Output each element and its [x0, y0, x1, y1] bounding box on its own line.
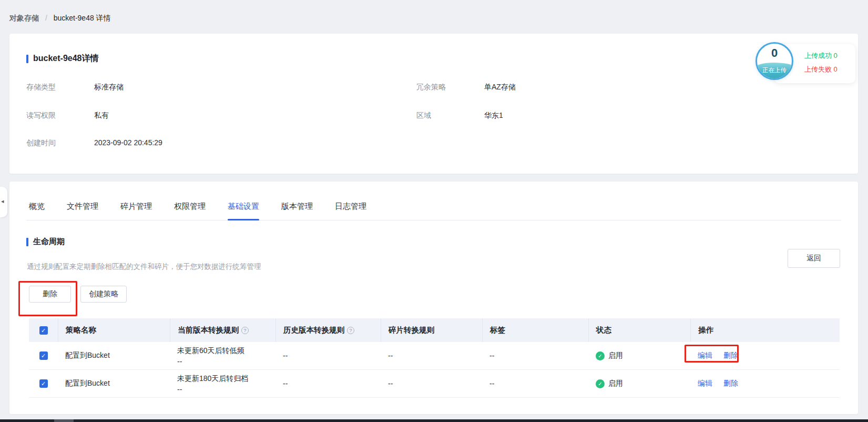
- edit-link[interactable]: 编辑: [698, 351, 712, 359]
- status-cell: ✓ 启用: [588, 351, 690, 360]
- field-value: 2023-09-02 20:45:29: [94, 138, 162, 147]
- uploading-label: 正在上传: [757, 66, 792, 74]
- fragment-rule: --: [381, 379, 482, 388]
- uploading-progress-circle[interactable]: 0 正在上传: [755, 42, 793, 80]
- lifecycle-table: ✓ 策略名称 当前版本转换规则 ? 历史版本转换规则 ? 碎片转换规则 标签 状…: [29, 318, 840, 398]
- rule-line: --: [177, 384, 275, 395]
- delete-link[interactable]: 删除: [723, 351, 738, 359]
- bucket-detail-card: bucket-9e48详情 存储类型 标准存储 读写权限 私有 创建时间 202…: [9, 34, 858, 174]
- status-cell: ✓ 启用: [588, 379, 690, 388]
- tab-fragment-management[interactable]: 碎片管理: [120, 202, 152, 220]
- lifecycle-section-title: 生命周期: [26, 237, 65, 247]
- rule-line: --: [177, 356, 275, 367]
- uploading-count: 0: [757, 46, 792, 60]
- field-value: 私有: [94, 111, 109, 119]
- breadcrumb-parent-link[interactable]: 对象存储: [9, 14, 39, 22]
- upload-success-count: 上传成功 0: [804, 51, 838, 61]
- breadcrumb-current: bucket-9e48 详情: [54, 14, 111, 22]
- taskbar-edge: [0, 419, 868, 422]
- upload-fail-count: 上传失败 0: [804, 65, 838, 74]
- header-checkbox-cell: ✓: [29, 326, 58, 335]
- breadcrumb: 对象存储 / bucket-9e48 详情: [9, 14, 111, 23]
- header-history-rule: 历史版本转换规则 ?: [275, 318, 381, 342]
- header-text: 历史版本转换规则: [283, 325, 344, 335]
- operation-cell: 编辑 删除: [690, 351, 840, 360]
- taskbar-button: [54, 419, 74, 422]
- help-icon[interactable]: ?: [241, 327, 249, 334]
- delete-link[interactable]: 删除: [723, 379, 738, 387]
- status-badge: 启用: [608, 379, 623, 388]
- tab-file-management[interactable]: 文件管理: [67, 202, 98, 220]
- select-all-checkbox[interactable]: ✓: [39, 326, 48, 335]
- field-label: 存储类型: [26, 83, 84, 92]
- header-current-rule: 当前版本转换规则 ?: [170, 318, 275, 342]
- row-checkbox-cell: ✓: [29, 379, 58, 388]
- field-storage-type: 存储类型 标准存储: [26, 83, 124, 92]
- field-region: 区域 华东1: [416, 111, 503, 120]
- header-fragment-rule: 碎片转换规则: [381, 318, 482, 342]
- panel-collapse-handle[interactable]: ◂: [0, 187, 7, 217]
- current-rule: 未更新180天后转归档 --: [170, 372, 275, 395]
- header-status: 状态: [588, 318, 690, 342]
- field-label: 区域: [416, 111, 474, 120]
- table-row: ✓ 配置到Bucket 未更新180天后转归档 -- -- -- -- ✓ 启用…: [29, 370, 840, 398]
- edit-link[interactable]: 编辑: [698, 379, 712, 387]
- history-rule: --: [275, 379, 381, 388]
- breadcrumb-separator: /: [45, 14, 47, 22]
- header-policy-name: 策略名称: [58, 318, 170, 342]
- tab-permission-management[interactable]: 权限管理: [174, 202, 206, 220]
- field-acl: 读写权限 私有: [26, 111, 109, 120]
- rule-line: 未更新60天后转低频: [177, 345, 275, 356]
- policy-name: 配置到Bucket: [58, 379, 170, 388]
- row-checkbox[interactable]: ✓: [39, 379, 48, 388]
- detail-title-text: bucket-9e48详情: [33, 53, 99, 64]
- lifecycle-description: 通过规则配置来定期删除相匹配的文件和碎片，便于您对数据进行统筹管理: [27, 262, 261, 272]
- history-rule: --: [275, 351, 381, 360]
- tab-version-management[interactable]: 版本管理: [281, 202, 313, 220]
- delete-button[interactable]: 删除: [29, 286, 71, 303]
- title-accent-bar: [26, 238, 28, 246]
- field-value: 标准存储: [94, 83, 124, 91]
- field-value: 单AZ存储: [484, 83, 516, 91]
- create-policy-button[interactable]: 创建策略: [80, 286, 127, 303]
- tab-overview[interactable]: 概览: [29, 202, 45, 220]
- status-enabled-icon: ✓: [596, 379, 605, 388]
- tag: --: [482, 379, 588, 388]
- table-row: ✓ 配置到Bucket 未更新60天后转低频 -- -- -- -- ✓ 启用 …: [29, 342, 840, 370]
- field-label: 读写权限: [26, 111, 84, 120]
- tab-bar: 概览 文件管理 碎片管理 权限管理 基础设置 版本管理 日志管理: [26, 202, 841, 220]
- table-header-row: ✓ 策略名称 当前版本转换规则 ? 历史版本转换规则 ? 碎片转换规则 标签 状…: [29, 318, 840, 342]
- operation-cell: 编辑 删除: [690, 379, 840, 388]
- tag: --: [482, 351, 588, 360]
- field-redundancy: 冗余策略 单AZ存储: [416, 83, 516, 92]
- current-rule: 未更新60天后转低频 --: [170, 344, 275, 367]
- tab-log-management[interactable]: 日志管理: [335, 202, 366, 220]
- status-enabled-icon: ✓: [596, 351, 605, 360]
- rule-line: 未更新180天后转归档: [177, 373, 275, 384]
- field-value: 华东1: [484, 111, 503, 119]
- header-operation: 操作: [690, 318, 840, 342]
- lifecycle-title-text: 生命周期: [33, 237, 65, 247]
- back-button[interactable]: 返回: [788, 249, 840, 268]
- title-accent-bar: [26, 55, 28, 63]
- policy-name: 配置到Bucket: [58, 351, 170, 360]
- help-icon[interactable]: ?: [347, 327, 354, 334]
- row-checkbox-cell: ✓: [29, 351, 58, 360]
- row-checkbox[interactable]: ✓: [39, 351, 48, 360]
- header-text: 当前版本转换规则: [178, 325, 239, 335]
- header-tag: 标签: [482, 318, 588, 342]
- fragment-rule: --: [381, 351, 482, 360]
- bucket-settings-card: 概览 文件管理 碎片管理 权限管理 基础设置 版本管理 日志管理 生命周期 返回…: [9, 182, 858, 414]
- field-label: 创建时间: [26, 138, 84, 148]
- field-created-time: 创建时间 2023-09-02 20:45:29: [26, 138, 162, 148]
- chevron-left-icon: ◂: [1, 198, 4, 205]
- detail-card-title: bucket-9e48详情: [26, 53, 99, 64]
- status-badge: 启用: [608, 351, 623, 360]
- field-label: 冗余策略: [416, 83, 474, 92]
- tab-basic-settings[interactable]: 基础设置: [228, 202, 259, 220]
